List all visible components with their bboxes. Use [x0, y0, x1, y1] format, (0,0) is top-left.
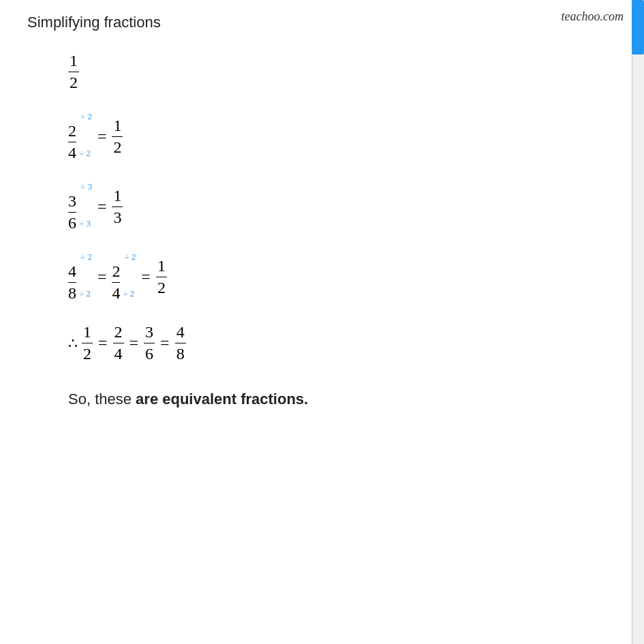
tf1-den: 2 — [82, 343, 93, 363]
res3-den: 3 — [112, 207, 123, 227]
frac1-den: 2 — [68, 72, 79, 92]
frac1-num: 1 — [68, 52, 79, 72]
eq-2: = — [97, 127, 107, 146]
ann-den-text-2-4: ÷ 2 — [79, 148, 91, 159]
ann-top-text-2-4-s2: ÷ 2 — [124, 251, 136, 262]
ann-top-3-6: ÷ 3 — [68, 181, 92, 192]
ann-top-2-4-s2: ÷ 2 — [112, 251, 136, 262]
eq-4a: = — [97, 268, 107, 286]
tf2-num: 2 — [113, 323, 124, 343]
ann-num-row-2-4-s2: 2 — [112, 262, 120, 283]
ann-den-row-2-4: 4 ÷ 2 — [68, 142, 91, 162]
content-area: 1 2 ÷ 2 2 4 ÷ 2 — [27, 52, 603, 408]
eq-4b: = — [141, 268, 151, 286]
therefore-frac-4-8: 4 8 — [175, 323, 186, 363]
teq1: = — [98, 334, 108, 352]
den-val-8: 8 — [68, 284, 76, 303]
bottom-bold: are equivalent fractions. — [136, 390, 308, 408]
annotated-frac-4-8: ÷ 2 4 8 ÷ 2 — [68, 251, 92, 303]
num-val-2: 2 — [68, 122, 76, 140]
bottom-text: So, these are equivalent fractions. — [68, 390, 603, 408]
ann-top-text-4-8: ÷ 2 — [80, 251, 92, 262]
num-val-3: 3 — [68, 192, 76, 211]
tf1-num: 1 — [82, 323, 93, 343]
fraction-row-2: ÷ 2 2 4 ÷ 2 = 1 2 — [68, 111, 603, 162]
ann-top-text-3-6: ÷ 3 — [80, 181, 92, 192]
fraction-row-4: ÷ 2 4 8 ÷ 2 = ÷ 2 — [68, 251, 603, 303]
ann-num-row-2-4: 2 — [68, 122, 76, 142]
tf4-den: 8 — [175, 343, 186, 363]
result-frac-1-2-row2: 1 2 — [112, 117, 123, 157]
ann-den-text-4-8: ÷ 2 — [79, 288, 91, 299]
eq-3: = — [97, 198, 107, 216]
ann-den-text-2-4-s2: ÷ 2 — [123, 288, 134, 299]
ann-top-text-2-4: ÷ 2 — [80, 111, 92, 122]
res4-den: 2 — [156, 277, 167, 297]
page-container: teachoo.com Simplifying fractions 1 2 ÷ … — [0, 0, 644, 644]
annotated-frac-2-4: ÷ 2 2 4 ÷ 2 — [68, 111, 92, 162]
res3-num: 1 — [112, 187, 123, 207]
ann-den-row-4-8: 8 ÷ 2 — [68, 283, 91, 303]
num-val-2-s2: 2 — [112, 262, 120, 281]
tf3-den: 6 — [144, 343, 155, 363]
bottom-prefix: So, these — [68, 390, 136, 408]
annotated-frac-3-6: ÷ 3 3 6 ÷ 3 — [68, 181, 92, 232]
therefore-frac-1-2: 1 2 — [82, 323, 93, 363]
fraction-1-2: 1 2 — [68, 52, 79, 92]
num-val-4: 4 — [68, 262, 76, 281]
scrollbar-thumb[interactable] — [632, 0, 644, 55]
ann-num-row-4-8: 4 — [68, 262, 76, 283]
ann-den-row-3-6: 6 ÷ 3 — [68, 213, 91, 232]
ann-top-2-4: ÷ 2 — [68, 111, 92, 122]
therefore-symbol: ∴ — [68, 335, 78, 352]
annotated-frac-2-4-step2: ÷ 2 2 4 ÷ 2 — [112, 251, 136, 303]
tf4-num: 4 — [175, 323, 186, 343]
ann-num-row-3-6: 3 — [68, 192, 76, 213]
ann-body-2-4: 2 4 ÷ 2 — [68, 122, 92, 162]
watermark: teachoo.com — [562, 10, 624, 24]
result-frac-1-3: 1 3 — [112, 187, 123, 227]
page-title: Simplifying fractions — [27, 14, 603, 31]
therefore-frac-3-6: 3 6 — [144, 323, 155, 363]
therefore-frac-2-4: 2 4 — [113, 323, 124, 363]
therefore-row: ∴ 1 2 = 2 4 = 3 6 = 4 8 — [68, 323, 603, 363]
res2-den: 2 — [112, 137, 123, 157]
scrollbar[interactable] — [632, 0, 644, 644]
fraction-row-1: 1 2 — [68, 52, 603, 92]
den-val-4-s2: 4 — [112, 284, 120, 303]
ann-body-3-6: 3 6 ÷ 3 — [68, 192, 92, 232]
res4-num: 1 — [156, 257, 167, 277]
result-frac-1-2-row4: 1 2 — [156, 257, 167, 297]
teq3: = — [160, 334, 170, 352]
ann-top-4-8: ÷ 2 — [68, 251, 92, 262]
den-val-4: 4 — [68, 144, 76, 162]
tf3-num: 3 — [144, 323, 155, 343]
ann-body-2-4-s2: 2 4 ÷ 2 — [112, 262, 136, 303]
den-val-6: 6 — [68, 214, 76, 232]
teq2: = — [129, 334, 139, 352]
ann-body-4-8: 4 8 ÷ 2 — [68, 262, 92, 303]
fraction-row-3: ÷ 3 3 6 ÷ 3 = 1 3 — [68, 181, 603, 232]
ann-den-row-2-4-s2: 4 ÷ 2 — [112, 283, 134, 303]
tf2-den: 4 — [113, 343, 124, 363]
ann-den-text-3-6: ÷ 3 — [79, 218, 91, 229]
res2-num: 1 — [112, 117, 123, 137]
